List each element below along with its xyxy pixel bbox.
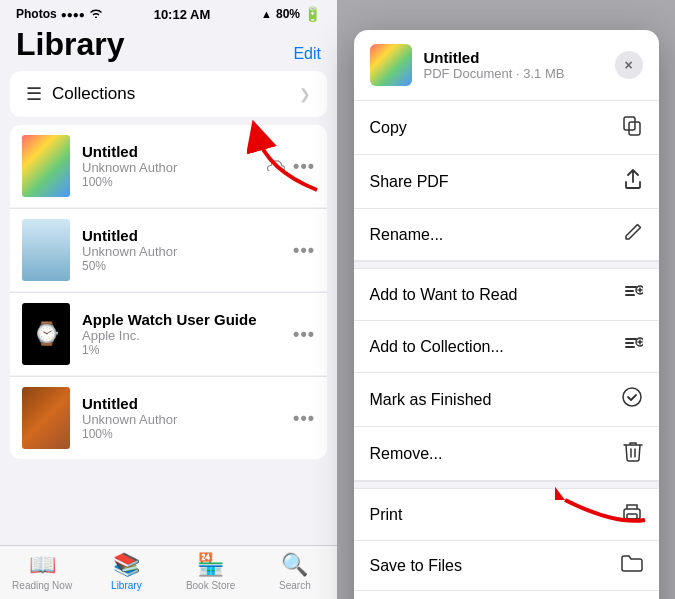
list-item[interactable]: Untitled Unknown Author 50% ••• (10, 208, 327, 291)
apple-watch-icon: ⌚ (33, 321, 60, 347)
hamburger-icon: ☰ (26, 83, 42, 105)
more-options-icon[interactable]: ••• (293, 324, 315, 345)
doc-header: Untitled PDF Document · 3.1 MB × (354, 30, 659, 101)
want-to-read-icon (623, 282, 643, 307)
book-thumbnail (22, 219, 70, 281)
book-title: Apple Watch User Guide (82, 311, 281, 328)
tab-bar: 📖 Reading Now 📚 Library 🏪 Book Store 🔍 S… (0, 545, 337, 599)
status-left: Photos ●●●● (16, 7, 103, 21)
menu-item-save-to-files[interactable]: Save to Files (354, 541, 659, 591)
list-item[interactable]: Untitled Unknown Author 100% ••• (10, 125, 327, 207)
menu-share-label: Share PDF (370, 173, 449, 191)
status-time: 10:12 AM (154, 7, 211, 22)
svg-rect-3 (625, 290, 634, 292)
menu-item-add-collection[interactable]: Add to Collection... (354, 321, 659, 373)
svg-rect-8 (625, 346, 635, 348)
library-icon: 📚 (113, 552, 140, 578)
tab-reading-now-label: Reading Now (12, 580, 72, 591)
battery-level: 80% (276, 7, 300, 21)
context-menu: Untitled PDF Document · 3.1 MB × Copy Sh… (354, 30, 659, 599)
book-actions: ••• (293, 408, 315, 429)
tab-book-store[interactable]: 🏪 Book Store (169, 552, 253, 591)
tab-search[interactable]: 🔍 Search (253, 552, 337, 591)
book-thumbnail (22, 135, 70, 197)
close-button[interactable]: × (615, 51, 643, 79)
chevron-right-icon: ❯ (299, 86, 311, 102)
svg-rect-2 (625, 286, 637, 288)
tab-reading-now[interactable]: 📖 Reading Now (0, 552, 84, 591)
doc-subtitle: PDF Document · 3.1 MB (424, 66, 603, 81)
menu-divider (354, 261, 659, 269)
menu-item-mark-finished[interactable]: Mark as Finished (354, 373, 659, 427)
book-author: Unknown Author (82, 412, 281, 427)
battery-icon: 🔋 (304, 6, 321, 22)
tab-search-label: Search (279, 580, 311, 591)
share-icon (623, 168, 643, 195)
tab-library[interactable]: 📚 Library (84, 552, 168, 591)
book-author: Unknown Author (82, 244, 281, 259)
library-header: Library Edit (0, 26, 337, 71)
menu-copy-label: Copy (370, 119, 407, 137)
cloud-icon (267, 157, 285, 175)
menu-mark-finished-label: Mark as Finished (370, 391, 492, 409)
list-item[interactable]: Untitled Unknown Author 100% ••• (10, 376, 327, 459)
svg-point-10 (623, 388, 641, 406)
book-list: Untitled Unknown Author 100% ••• Untitle… (0, 125, 337, 545)
book-title: Untitled (82, 227, 281, 244)
more-options-icon[interactable]: ••• (293, 240, 315, 261)
more-options-icon[interactable]: ••• (293, 408, 315, 429)
more-options-icon[interactable]: ••• (293, 156, 315, 177)
book-info: Untitled Unknown Author 100% (82, 395, 281, 441)
status-bar: Photos ●●●● 10:12 AM ▲ 80% 🔋 (0, 0, 337, 26)
page-title: Library (16, 26, 124, 63)
signal-icon: ●●●● (61, 9, 85, 20)
menu-item-share-pdf[interactable]: Share PDF (354, 155, 659, 209)
book-info: Untitled Unknown Author 100% (82, 143, 255, 189)
right-panel: Untitled PDF Document · 3.1 MB × Copy Sh… (337, 0, 675, 599)
svg-rect-6 (625, 338, 637, 340)
book-author: Unknown Author (82, 160, 255, 175)
book-progress: 1% (82, 343, 281, 357)
list-item[interactable]: ⌚ Apple Watch User Guide Apple Inc. 1% •… (10, 292, 327, 375)
printer-icon (621, 502, 643, 527)
copy-icon (621, 114, 643, 141)
book-thumbnail (22, 387, 70, 449)
menu-item-copy[interactable]: Copy (354, 101, 659, 155)
wifi-icon (89, 7, 103, 21)
menu-divider-2 (354, 481, 659, 489)
menu-rename-label: Rename... (370, 226, 444, 244)
add-collection-icon (623, 334, 643, 359)
collections-left: ☰ Collections (26, 83, 135, 105)
edit-button[interactable]: Edit (293, 45, 321, 63)
book-thumbnail: ⌚ (22, 303, 70, 365)
menu-remove-label: Remove... (370, 445, 443, 463)
collections-row[interactable]: ☰ Collections ❯ (10, 71, 327, 117)
menu-item-add-want-to-read[interactable]: Add to Want to Read (354, 269, 659, 321)
trash-icon (623, 440, 643, 467)
menu-save-files-label: Save to Files (370, 557, 462, 575)
folder-icon (621, 554, 643, 577)
menu-add-collection-label: Add to Collection... (370, 338, 504, 356)
svg-rect-12 (627, 514, 637, 519)
app-name: Photos (16, 7, 57, 21)
book-progress: 50% (82, 259, 281, 273)
book-info: Untitled Unknown Author 50% (82, 227, 281, 273)
checkmark-circle-icon (621, 386, 643, 413)
tab-library-label: Library (111, 580, 142, 591)
menu-add-want-label: Add to Want to Read (370, 286, 518, 304)
book-actions: ••• (293, 324, 315, 345)
reading-now-icon: 📖 (29, 552, 56, 578)
book-title: Untitled (82, 143, 255, 160)
doc-thumbnail (370, 44, 412, 86)
svg-rect-7 (625, 342, 634, 344)
menu-item-rename[interactable]: Rename... (354, 209, 659, 261)
book-info: Apple Watch User Guide Apple Inc. 1% (82, 311, 281, 357)
tab-book-store-label: Book Store (186, 580, 235, 591)
book-store-icon: 🏪 (197, 552, 224, 578)
search-icon: 🔍 (281, 552, 308, 578)
book-actions: ••• (293, 240, 315, 261)
menu-item-print[interactable]: Print (354, 489, 659, 541)
menu-item-remove[interactable]: Remove... (354, 427, 659, 481)
book-actions: ••• (267, 156, 315, 177)
menu-item-twitter-downloader[interactable]: Twitter Video Downloader V2.6 (354, 591, 659, 599)
